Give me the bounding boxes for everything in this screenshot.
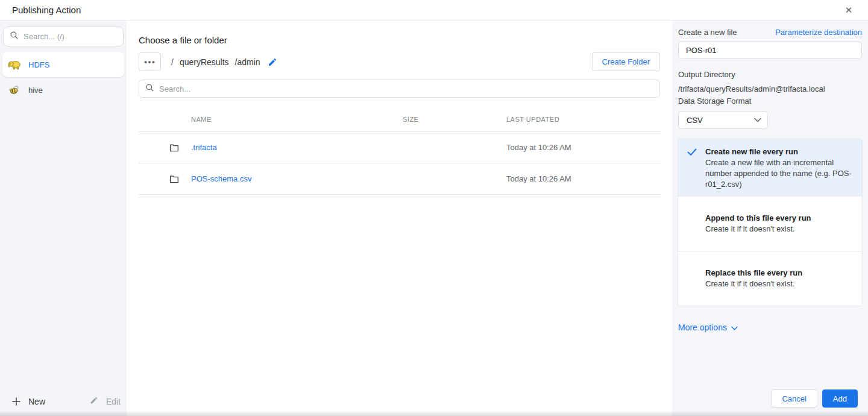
connections-sidebar: HDFS hive <box>0 20 127 416</box>
sidebar-search-input[interactable] <box>24 32 130 41</box>
checkmark-placeholder <box>678 223 705 225</box>
option-append-file[interactable]: Append to this file every run Create it … <box>678 196 862 251</box>
column-header-name[interactable]: NAME <box>191 116 403 123</box>
cancel-button[interactable]: Cancel <box>771 389 817 408</box>
option-description: Create it if it doesn't exist. <box>705 224 855 235</box>
connection-label: HDFS <box>28 60 49 69</box>
format-select[interactable]: CSV <box>678 111 768 129</box>
option-title: Append to this file every run <box>705 213 855 224</box>
folder-icon <box>169 174 191 184</box>
format-select-value: CSV <box>687 116 703 125</box>
option-title: Replace this file every run <box>705 268 855 279</box>
column-header-size[interactable]: SIZE <box>403 116 506 123</box>
publish-settings-panel: Create a new file Parameterize destinati… <box>672 20 868 416</box>
plus-icon <box>12 397 20 406</box>
table-row[interactable]: POS-schema.csv Today at 10:26 AM <box>139 163 660 195</box>
close-icon[interactable]: ✕ <box>841 3 856 17</box>
chevron-down-icon <box>731 323 738 332</box>
column-header-last-updated[interactable]: LAST UPDATED <box>506 116 660 123</box>
sidebar-footer: New Edit <box>0 396 127 416</box>
panel-actions: Cancel Add <box>771 389 858 408</box>
breadcrumb: ●●● / queryResults /admin Create Folder <box>139 52 660 71</box>
filename-input[interactable] <box>678 42 862 59</box>
search-icon <box>10 31 19 42</box>
file-table: NAME SIZE LAST UPDATED .trifacta Today a… <box>139 107 660 195</box>
file-table-header: NAME SIZE LAST UPDATED <box>139 107 660 132</box>
add-button[interactable]: Add <box>822 389 858 408</box>
file-last-updated: Today at 10:26 AM <box>506 174 660 183</box>
option-description: Create it if it doesn't exist. <box>705 279 855 289</box>
more-options-label: More options <box>678 323 727 332</box>
connection-list: HDFS hive <box>0 52 127 102</box>
option-body: Create new file every run Create a new f… <box>705 147 855 190</box>
data-storage-format-label: Data Storage Format <box>678 96 862 106</box>
publishing-action-dialog: Publishing Action ✕ <box>0 0 868 416</box>
checkmark-icon <box>678 147 705 190</box>
breadcrumb-ellipsis-button[interactable]: ●●● <box>139 52 161 71</box>
new-connection-button[interactable]: New <box>12 397 45 406</box>
output-directory-value: /trifacta/queryResults/admin@trifacta.lo… <box>678 84 862 93</box>
dialog-header: Publishing Action ✕ <box>0 0 868 20</box>
hadoop-elephant-icon <box>8 60 20 70</box>
table-row[interactable]: .trifacta Today at 10:26 AM <box>139 132 660 163</box>
file-browser-title: Choose a file or folder <box>139 35 660 45</box>
edit-connection-label: Edit <box>106 397 121 406</box>
write-option-list: Create new file every run Create a new f… <box>678 139 862 306</box>
connection-label: hive <box>28 86 43 95</box>
parameterize-destination-link[interactable]: Parameterize destination <box>775 28 862 37</box>
connection-item-hdfs[interactable]: HDFS <box>2 52 124 77</box>
breadcrumb-path: / queryResults /admin <box>171 57 277 67</box>
option-body: Replace this file every run Create it if… <box>705 268 855 289</box>
option-body: Append to this file every run Create it … <box>705 213 855 235</box>
sidebar-search-box[interactable] <box>3 27 124 46</box>
file-browser: Choose a file or folder ●●● / queryResul… <box>127 20 672 416</box>
breadcrumb-segment-queryresults[interactable]: queryResults <box>180 57 229 67</box>
new-connection-label: New <box>28 397 45 406</box>
option-description: Create a new file with an incremental nu… <box>705 157 855 190</box>
output-directory-label: Output Directory <box>678 70 862 79</box>
file-search-input[interactable] <box>159 84 653 93</box>
option-create-new-file[interactable]: Create new file every run Create a new f… <box>678 139 862 196</box>
pencil-icon <box>90 396 98 406</box>
connection-item-hive[interactable]: hive <box>2 77 124 102</box>
dialog-title: Publishing Action <box>12 5 81 15</box>
breadcrumb-root[interactable]: / <box>171 57 174 67</box>
file-link[interactable]: .trifacta <box>191 143 403 152</box>
create-folder-button[interactable]: Create Folder <box>592 52 660 71</box>
breadcrumb-segment-admin[interactable]: /admin <box>235 57 260 67</box>
chevron-down-icon <box>754 118 761 122</box>
hive-bee-icon <box>8 85 20 95</box>
create-file-label: Create a new file <box>678 28 737 37</box>
option-replace-file[interactable]: Replace this file every run Create it if… <box>678 251 862 306</box>
checkmark-placeholder <box>678 278 705 280</box>
option-title: Create new file every run <box>705 147 855 157</box>
search-icon <box>145 83 154 95</box>
file-link[interactable]: POS-schema.csv <box>191 174 403 183</box>
folder-icon <box>169 142 191 153</box>
file-last-updated: Today at 10:26 AM <box>506 143 660 152</box>
edit-connection-button[interactable]: Edit <box>90 396 121 406</box>
file-search-box[interactable] <box>139 80 660 98</box>
create-file-row: Create a new file Parameterize destinati… <box>678 28 862 37</box>
more-options-toggle[interactable]: More options <box>678 323 738 332</box>
edit-path-icon[interactable] <box>268 57 277 67</box>
dialog-content: HDFS hive <box>0 20 868 416</box>
